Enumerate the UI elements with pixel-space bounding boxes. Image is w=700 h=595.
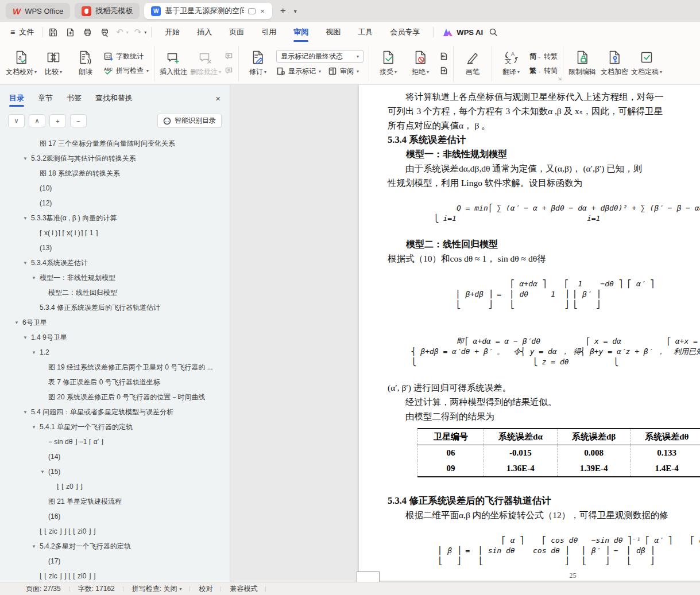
tab-preview-icon[interactable] [248,8,256,14]
toc-item[interactable]: ▼ 5.4.2多星对一个飞行器的定轨 [0,539,230,554]
toc-expand-icon[interactable]: ▼ [32,425,40,430]
expand-all-button[interactable]: ∨ [8,114,25,127]
toc-expand-icon[interactable]: ▼ [23,410,31,415]
review-pane-button[interactable]: 审阅 ▾ [328,65,359,77]
read-aloud-button[interactable]: 朗读 [69,46,102,81]
group-expander-icon[interactable]: ⇲ [558,76,562,81]
status-bar-item[interactable]: 拼写检查: 关闭 ▾ [123,584,191,594]
sidebar-tab[interactable]: 书签 [67,85,82,111]
toc-item[interactable]: ▼ ⌊ ⌊ zic ⌋ ⌋ ⌊ ⌊ zi0 ⌋ ⌋ [0,569,230,582]
restrict-edit-button[interactable]: 限制编辑 [566,46,598,81]
undo-icon[interactable]: ↶ [116,27,123,37]
pen-button[interactable]: 画笔 [457,46,489,81]
toc-expand-icon[interactable]: ▼ [32,275,40,281]
spell-check-button[interactable]: ABC 拼写检查 ▾ [104,65,149,76]
toc-item[interactable]: ▼ 5.3.4系统误差估计 [0,255,230,270]
word-count-button[interactable]: 12 字数统计 [104,50,149,62]
status-bar-item[interactable]: 校对 ▾ [190,584,221,594]
menu-item[interactable]: 页面 [221,22,253,42]
document-page[interactable]: 将计算轨道上各点坐标值与观测卫星坐标代入上述方程组，对每一 可列出 3 个方程，… [359,85,700,581]
undo-caret-icon[interactable]: ▾ [126,30,129,35]
status-bar-item[interactable]: 页面: 27/35 ▾ [17,584,69,594]
previous-change-button[interactable] [439,50,448,62]
zoom-out-toc-button[interactable]: − [70,114,87,127]
toc-expand-icon[interactable]: ▼ [32,544,40,549]
toc-item[interactable]: ▼ (16) [0,509,230,524]
delete-comment-button[interactable]: 删除批注▾ [189,46,222,81]
toc-item[interactable]: ▼ 图 18 系统误差的转换关系 [0,166,230,181]
close-tab-icon[interactable]: × [260,7,265,15]
accept-button[interactable]: 接受▾ [372,46,404,81]
collapse-all-button[interactable]: ∧ [29,114,45,127]
sidebar-tab[interactable]: 章节 [38,85,53,111]
tab-docer-templates[interactable]: 找稻壳模板 [75,3,140,19]
toc-expand-icon[interactable]: ▼ [23,216,31,221]
toc-item[interactable]: ▼ 5.3.2观测值与其估计值的转换关系 [0,151,230,166]
wps-ai-button[interactable]: WPS AI [438,28,488,37]
insert-comment-button[interactable]: 插入批注 [157,46,189,81]
toc-expand-icon[interactable]: ▼ [32,350,40,355]
menu-item[interactable]: 视图 [317,22,349,42]
show-markup-button[interactable]: 显示标记 ▾ [276,65,321,77]
toc-item[interactable]: ▼ 5.3.3基准(α , β ) 向量的计算 [0,211,230,225]
file-menu-button[interactable]: ≡ 文件 [7,27,37,37]
doc-proof-button[interactable]: a 文档校对▾ [5,46,37,81]
tab-list-caret-icon[interactable]: ▾ [294,8,297,14]
toc-item[interactable]: ▼ (17) [0,554,230,569]
menu-item[interactable]: 开始 [156,22,188,42]
new-tab-button[interactable]: + [277,5,289,17]
encrypt-button[interactable]: 文档加密 [598,46,631,81]
menu-item[interactable]: 工具 [349,22,381,42]
menu-item[interactable]: 引用 [253,22,285,42]
toc-expand-icon[interactable]: ▼ [23,156,31,161]
menu-item[interactable]: 插入 [188,22,221,42]
toc-item[interactable]: ▼ 模型一：非线性规划模型 [0,270,230,285]
toc-item[interactable]: ▼ 5.4 问题四：单星或者多星定轨模型与误差分析 [0,405,230,419]
toc-expand-icon[interactable]: ▼ [14,320,22,325]
toc-item[interactable]: ▼ 1.2 [0,345,230,360]
search-icon[interactable] [488,26,499,38]
compare-button[interactable]: 比较▾ [37,46,69,81]
previous-comment-button[interactable] [224,50,233,62]
print-preview-button[interactable] [99,26,110,38]
toc-item[interactable]: ▼ 图 21 单星定轨建模流程 [0,494,230,509]
redo-icon[interactable]: ↷ [134,27,142,37]
translate-button[interactable]: A文 翻译▾ [495,46,527,81]
toc-item[interactable]: ▼ 1.4 9号卫星 [0,330,230,345]
track-changes-button[interactable]: 修订▾ [242,46,274,81]
toc-expand-icon[interactable]: ▼ [40,469,48,475]
toc-item[interactable]: ▼ (10) [0,181,230,196]
toc-item[interactable]: ▼ ⌊ ⌊ z0 ⌋ ⌋ [0,479,230,494]
export-pdf-button[interactable] [64,26,76,38]
toc-item[interactable]: ▼ (12) [0,196,230,211]
close-sidebar-icon[interactable]: × [215,94,221,103]
tab-current-document[interactable]: W 基于卫星无源探测的空间飞行器 × [144,3,272,19]
toc-item[interactable]: ▼ 5.3.4 修正系统误差后的飞行器轨道估计 [0,300,230,315]
next-comment-button[interactable] [224,65,233,76]
zoom-in-toc-button[interactable]: + [49,114,66,127]
toc-item[interactable]: ▼ 6号卫星 [0,315,230,330]
toc-item[interactable]: ▼ 图 20 系统误差修正后 0 号飞行器的位置－时间曲线 [0,390,230,405]
menu-item[interactable]: 会员专享 [381,22,428,42]
markup-state-select[interactable]: 显示标记的最终状态 ▾ [276,50,363,63]
toc-item[interactable]: ▼ ⌊ ⌊ zic ⌋ ⌋ ⌊ ⌊ zi0 ⌋ ⌋ [0,524,230,539]
toc-item[interactable]: ▼ (13) [0,240,230,255]
document-content[interactable]: 将计算轨道上各点坐标值与观测卫星坐标代入上述方程组，对每一 可列出 3 个方程，… [359,85,700,582]
toc-expand-icon[interactable]: ▼ [23,260,31,266]
toc-item[interactable]: ▼ 图 19 经过系统误差修正后两个卫星对 0 号飞行器的 ... [0,360,230,375]
toc-expand-icon[interactable]: ▼ [23,335,31,340]
finalize-button[interactable]: 文档定稿▾ [631,46,663,81]
status-bar-item[interactable]: 字数: 17162 ▾ [69,584,123,594]
toc-item[interactable]: ▼ ⌈ x( i )⌉ ⌈ x( i )⌉ ⌈ 1 ⌉ [0,225,230,240]
print-button[interactable] [82,26,93,38]
tab-wps-office[interactable]: W WPS Office [6,3,70,19]
next-change-button[interactable] [439,65,448,76]
reject-button[interactable]: 拒绝▾ [404,46,436,81]
toc-item[interactable]: ▼ (14) [0,449,230,464]
menu-item[interactable]: 审阅 [285,22,317,42]
to-traditional-button[interactable]: 简→ 转繁 [529,50,558,62]
save-button[interactable] [47,26,59,38]
sidebar-tab[interactable]: 目录 [9,85,24,111]
toc-item[interactable]: ▼ 表 7 修正误差后 0 号飞行器轨道坐标 [0,375,230,390]
to-simplified-button[interactable]: 繁→ 转简 [529,65,558,76]
